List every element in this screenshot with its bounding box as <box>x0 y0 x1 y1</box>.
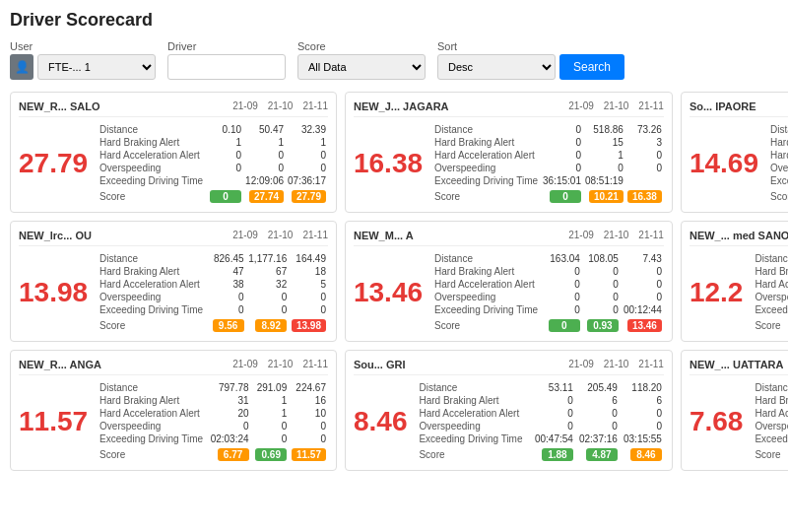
cell-value: 07:36:17 <box>286 174 328 187</box>
score-filter-group: Score All Data <box>297 40 426 80</box>
row-label: Exceeding Driving Time <box>768 174 788 187</box>
cell-value: 13.46 <box>621 316 664 333</box>
card-1: NEW_R... SALO21-0921-1021-1127.79Distanc… <box>10 92 337 213</box>
cell-value: 31 <box>208 394 251 407</box>
card-title-1: NEW_J... JAGARA <box>354 100 449 112</box>
cell-value: 73.26 <box>625 123 664 136</box>
user-select[interactable]: FTE-... 1 <box>37 54 156 80</box>
row-label: Overspeeding <box>768 162 788 174</box>
card-3: So... IPAORE21-0921-1021-1114.69Distance… <box>681 92 788 213</box>
row-label: Distance <box>753 252 788 265</box>
row-label: Score <box>432 316 544 333</box>
period-label: 21-09 <box>232 359 258 369</box>
sort-filter-group: Sort Desc Asc Search <box>437 40 624 80</box>
cell-value: 0 <box>541 123 583 136</box>
row-label: Distance <box>753 381 788 394</box>
row-label: Score <box>753 445 788 462</box>
row-label: Distance <box>432 252 544 265</box>
cell-value: 0 <box>582 303 621 316</box>
period-label: 21-11 <box>302 359 328 369</box>
cell-value: 0 <box>544 303 582 316</box>
row-label: Score <box>98 316 208 333</box>
row-label: Score <box>98 445 208 462</box>
score-filter-label: Score <box>297 40 426 52</box>
card-6: NEW_... med SANOU21-0921-1021-1112.2Dist… <box>681 221 788 342</box>
row-label: Exceeding Driving Time <box>98 303 208 316</box>
period-label: 21-09 <box>232 100 258 111</box>
big-score-0: 27.79 <box>19 123 94 204</box>
big-score-1: 16.38 <box>354 123 428 204</box>
row-label: Hard Acceleration Alert <box>417 407 530 420</box>
cell-value: 0 <box>286 162 328 174</box>
cell-value: 0.93 <box>582 316 621 333</box>
cell-value: 0 <box>621 278 664 291</box>
period-label: 21-10 <box>268 230 294 240</box>
period-label: 21-10 <box>604 230 629 240</box>
cell-value: 53.11 <box>531 381 575 394</box>
cell-value: 50.47 <box>243 123 286 136</box>
row-label: Score <box>768 187 788 204</box>
period-label: 21-11 <box>638 359 664 369</box>
search-button[interactable]: Search <box>559 54 624 80</box>
card-7: NEW_R... ANGA21-0921-1021-1111.57Distanc… <box>10 350 337 471</box>
score-select[interactable]: All Data <box>297 54 426 80</box>
sort-select[interactable]: Desc Asc <box>437 54 556 80</box>
driver-input[interactable] <box>167 54 286 80</box>
cell-value: 6 <box>575 394 620 407</box>
card-8: Sou... GRI21-0921-1021-118.46Distance53.… <box>345 350 673 471</box>
cell-value: 5 <box>289 278 328 291</box>
cell-value: 1 <box>206 136 243 149</box>
cell-value: 1 <box>251 407 290 420</box>
cell-value: 02:37:16 <box>575 432 620 445</box>
cell-value: 00:47:54 <box>531 432 575 445</box>
cell-value: 38 <box>208 278 246 291</box>
card-title-0: NEW_R... SALO <box>19 100 100 112</box>
row-label: Hard Braking Alert <box>432 136 541 149</box>
cell-value: 12:09:06 <box>243 174 286 187</box>
cell-value: 0 <box>582 278 621 291</box>
period-label: 21-09 <box>568 359 594 369</box>
row-label: Hard Acceleration Alert <box>432 278 544 291</box>
period-label: 21-10 <box>268 100 294 111</box>
cell-value: 797.78 <box>208 381 251 394</box>
period-label: 21-11 <box>302 100 328 111</box>
cell-value: 10 <box>289 407 328 420</box>
cell-value: 224.67 <box>289 381 328 394</box>
row-label: Overspeeding <box>98 291 208 303</box>
cell-value: 16.38 <box>625 187 664 204</box>
row-label: Exceeding Driving Time <box>753 303 788 316</box>
filter-bar: User 👤 FTE-... 1 Driver Score All Data S… <box>10 40 778 80</box>
cell-value: 164.49 <box>289 252 328 265</box>
period-label: 21-10 <box>604 100 629 111</box>
row-label: Distance <box>417 381 530 394</box>
cell-value <box>625 174 664 187</box>
card-9: NEW_... UATTARA21-0921-1021-117.68Distan… <box>681 350 788 471</box>
cell-value: 6.77 <box>208 445 251 462</box>
cell-value: 291.09 <box>251 381 290 394</box>
row-label: Hard Acceleration Alert <box>98 407 208 420</box>
cell-value: 8.46 <box>620 445 664 462</box>
cell-value: 108.05 <box>582 252 621 265</box>
cell-value: 0 <box>582 265 621 278</box>
row-label: Hard Acceleration Alert <box>432 149 541 162</box>
row-label: Hard Acceleration Alert <box>768 149 788 162</box>
cell-value: 16 <box>289 394 328 407</box>
cell-value: 0 <box>289 420 328 432</box>
cell-value: 0 <box>621 265 664 278</box>
row-label: Overspeeding <box>753 420 788 432</box>
card-title-4: NEW_M... A <box>354 230 414 241</box>
card-title-3: NEW_lrc... OU <box>19 230 92 241</box>
cell-value: 32.39 <box>286 123 328 136</box>
cell-value: 163.04 <box>544 252 582 265</box>
cell-value: 0 <box>575 420 620 432</box>
row-label: Hard Braking Alert <box>432 265 544 278</box>
cell-value: 0 <box>208 291 246 303</box>
card-4: NEW_lrc... OU21-0921-1021-1113.98Distanc… <box>10 221 337 342</box>
card-title-5: NEW_... med SANOU <box>690 230 788 241</box>
row-label: Distance <box>432 123 541 136</box>
row-label: Hard Braking Alert <box>753 265 788 278</box>
big-score-7: 8.46 <box>354 381 414 462</box>
cell-value: 1 <box>583 149 625 162</box>
row-label: Hard Braking Alert <box>417 394 530 407</box>
cell-value: 13.98 <box>289 316 328 333</box>
